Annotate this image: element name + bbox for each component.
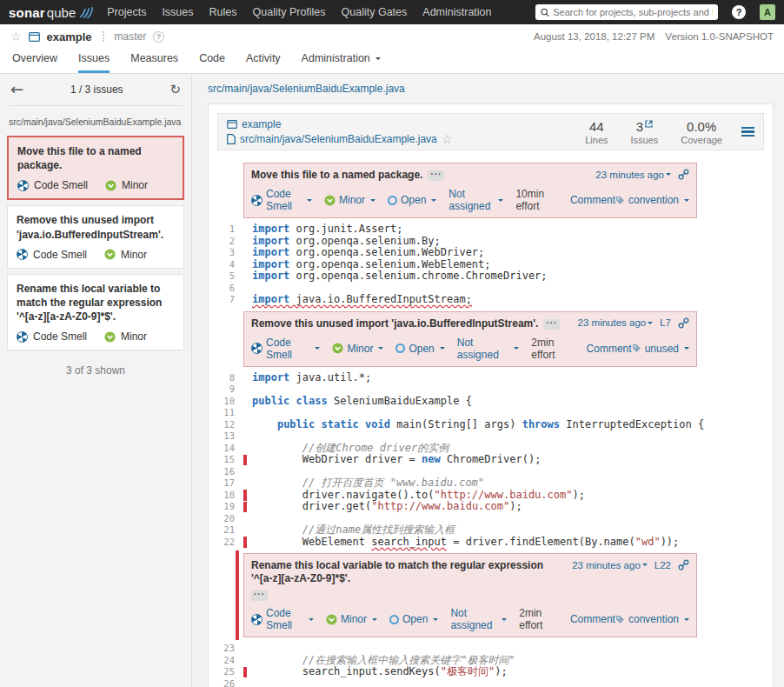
line-number[interactable]: 15 — [217, 454, 243, 466]
nav-quality-profiles[interactable]: Quality Profiles — [253, 6, 326, 18]
project-name[interactable]: example — [47, 30, 92, 43]
issue-age-dropdown[interactable]: 23 minutes ago — [595, 170, 671, 180]
avatar[interactable]: A — [760, 4, 775, 20]
line-number[interactable]: 4 — [217, 259, 243, 271]
issue-actions-ellipsis[interactable] — [543, 319, 560, 330]
file-header-project-link[interactable]: example — [242, 118, 281, 130]
branch-help-icon[interactable]: ? — [153, 31, 164, 43]
issue-list-item[interactable]: Remove this unused import 'java.io.Buffe… — [7, 205, 184, 268]
tab-code[interactable]: Code — [199, 52, 225, 73]
line-number[interactable]: 18 — [217, 490, 243, 502]
line-number[interactable]: 10 — [217, 396, 243, 408]
line-number[interactable]: 22 — [217, 537, 243, 549]
nav-issues[interactable]: Issues — [162, 6, 193, 18]
line-number[interactable]: 8 — [217, 372, 243, 384]
line-number[interactable]: 5 — [217, 270, 243, 283]
issue-assignee-dropdown[interactable]: Not assigned — [457, 337, 520, 361]
line-number[interactable]: 12 — [217, 419, 243, 431]
line-number[interactable]: 25 — [217, 666, 243, 678]
permalink-icon[interactable] — [678, 559, 689, 570]
comment-link[interactable]: Comment — [570, 194, 615, 206]
issue-severity-dropdown[interactable]: Minor — [324, 194, 375, 206]
line-number[interactable]: 26 — [217, 678, 243, 687]
tab-overview[interactable]: Overview — [12, 52, 57, 73]
metric-lines-value[interactable]: 44 — [585, 119, 608, 134]
file-header-path-link[interactable]: src/main/java/SeleniumBaiduExample.java — [240, 133, 437, 145]
issue-actions-ellipsis[interactable] — [251, 590, 268, 601]
issue-type-dropdown[interactable]: Code Smell — [251, 188, 312, 212]
code-text: import org.junit.Assert; — [252, 223, 402, 236]
comment-link[interactable]: Comment — [587, 343, 632, 355]
issue-status-dropdown[interactable]: Open — [389, 613, 438, 625]
issue-assignee-dropdown[interactable]: Not assigned — [450, 607, 507, 631]
coverage-gutter — [243, 643, 252, 655]
issue-tags-dropdown[interactable]: convention — [615, 194, 689, 206]
menu-icon[interactable] — [741, 127, 754, 137]
line-number[interactable]: 19 — [217, 501, 243, 513]
issue-age: 23 minutes ago — [595, 170, 664, 180]
line-number[interactable]: 11 — [217, 407, 243, 419]
nav-projects[interactable]: Projects — [107, 6, 146, 18]
line-number[interactable]: 21 — [217, 524, 243, 537]
back-arrow-icon[interactable]: ← — [10, 82, 23, 97]
issue-line-link[interactable]: L22 — [654, 560, 671, 570]
line-number[interactable]: 16 — [217, 466, 243, 478]
minor-severity-icon — [326, 614, 337, 625]
line-number[interactable]: 3 — [217, 247, 243, 259]
nav-quality-gates[interactable]: Quality Gates — [342, 6, 408, 18]
nav-administration[interactable]: Administration — [422, 6, 491, 18]
comment-link[interactable]: Comment — [570, 613, 615, 625]
tab-activity[interactable]: Activity — [246, 52, 281, 73]
search-icon — [541, 8, 549, 17]
line-number[interactable]: 13 — [217, 430, 243, 443]
tab-administration[interactable]: Administration — [302, 52, 381, 73]
line-number[interactable]: 9 — [217, 384, 243, 396]
line-number[interactable]: 6 — [217, 283, 243, 295]
issue-age-dropdown[interactable]: 23 minutes ago — [578, 317, 654, 328]
issue-title[interactable]: Rename this local variable to match the … — [251, 559, 567, 585]
issue-severity-dropdown[interactable]: Minor — [332, 343, 383, 355]
issue-type-dropdown[interactable]: Code Smell — [251, 337, 320, 361]
uncovered-line-marker — [243, 666, 252, 678]
issue-title[interactable]: Move this file to a named package. — [251, 169, 422, 182]
issue-tag-label: convention — [628, 194, 679, 206]
open-status-icon — [395, 344, 405, 353]
help-icon[interactable]: ? — [732, 5, 746, 19]
tab-measures[interactable]: Measures — [130, 52, 178, 73]
line-number[interactable]: 2 — [217, 236, 243, 248]
issue-severity-dropdown[interactable]: Minor — [326, 613, 377, 625]
favorite-star-icon[interactable]: ☆ — [442, 133, 453, 145]
line-number[interactable]: 14 — [217, 443, 243, 455]
line-number[interactable]: 7 — [217, 294, 243, 306]
sonarqube-logo[interactable]: sonarqube — [9, 5, 93, 20]
line-number[interactable]: 20 — [217, 513, 243, 525]
issue-status-dropdown[interactable]: Open — [388, 194, 436, 206]
issue-tags-dropdown[interactable]: convention — [615, 613, 689, 625]
issue-type-dropdown[interactable]: Code Smell — [251, 607, 314, 631]
breadcrumb: src/main/java/SeleniumBaiduExample.java — [208, 74, 774, 103]
line-number[interactable]: 23 — [217, 643, 243, 655]
nav-rules[interactable]: Rules — [209, 6, 237, 18]
global-search[interactable] — [535, 4, 718, 20]
issue-line-link[interactable]: L7 — [660, 317, 671, 328]
permalink-icon[interactable] — [678, 317, 689, 329]
permalink-icon[interactable] — [678, 169, 689, 180]
issue-list-item[interactable]: Rename this local variable to match the … — [7, 274, 184, 351]
breadcrumb-file-link[interactable]: src/main/java/SeleniumBaiduExample.java — [208, 83, 405, 95]
line-number[interactable]: 17 — [217, 477, 243, 490]
issue-tags-dropdown[interactable]: unused — [632, 343, 689, 355]
metric-issues-value[interactable]: 3 — [631, 119, 659, 134]
issue-status-dropdown[interactable]: Open — [395, 343, 444, 355]
favorite-star-icon[interactable]: ☆ — [10, 30, 22, 43]
tab-issues[interactable]: Issues — [78, 52, 110, 73]
issue-actions-ellipsis[interactable] — [428, 170, 444, 181]
issue-title[interactable]: Remove this unused import 'java.io.Buffe… — [251, 317, 538, 330]
issue-assignee-dropdown[interactable]: Not assigned — [448, 188, 503, 212]
issue-age-dropdown[interactable]: 23 minutes ago — [572, 560, 648, 570]
line-number[interactable]: 24 — [217, 655, 243, 667]
issue-list-item-selected[interactable]: Move this file to a named package. Code … — [7, 136, 184, 200]
search-input[interactable] — [553, 7, 713, 17]
metric-coverage-value[interactable]: 0.0% — [681, 119, 722, 134]
line-number[interactable]: 1 — [217, 223, 243, 236]
reload-icon[interactable]: ↻ — [169, 83, 181, 97]
